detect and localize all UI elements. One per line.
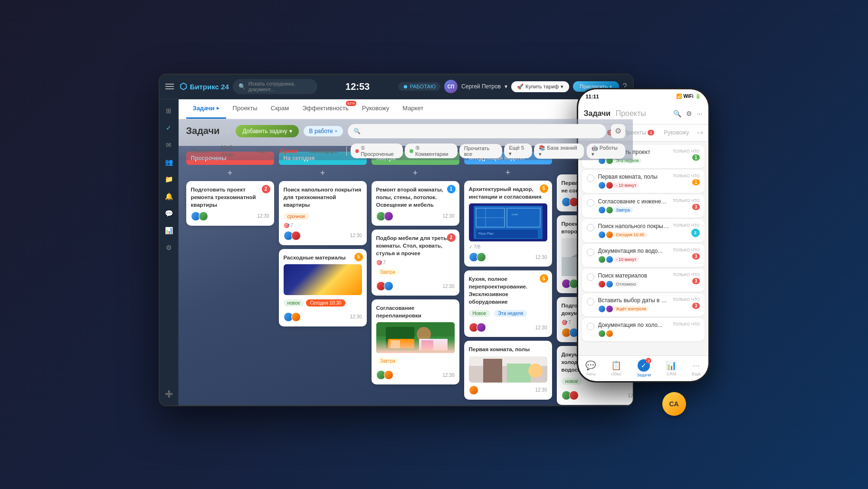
task-count: 3 <box>692 253 700 259</box>
filter-read-all[interactable]: Прочитать все <box>459 144 503 158</box>
card-time: 12:30 <box>535 387 547 393</box>
mobile-task-item-3[interactable]: Согласование с инженер... Завтра ТОЛЬКО … <box>582 194 705 218</box>
card-time: 12:30 <box>442 213 454 219</box>
add-card-tomorrow[interactable]: + <box>372 169 459 177</box>
mobile-title: Задачи <box>584 109 611 118</box>
card-nextweek-3[interactable]: Первая комната, полы <box>464 341 552 399</box>
mobile-nav-tasks[interactable]: ✓ 2 Задачи <box>637 359 651 377</box>
mobile-checkbox[interactable] <box>587 249 594 256</box>
knowledge-base-btn[interactable]: 📚 База знаний ▾ <box>534 144 583 159</box>
mobile-checkbox[interactable] <box>587 273 594 281</box>
card-today-2[interactable]: 5 Расходные материалы новое Сегодня 10:3… <box>279 249 367 326</box>
view-gantt[interactable]: Гант <box>252 145 274 157</box>
card-nextweek-2[interactable]: 5 Кухня, полное перепроектирование. Экск… <box>464 270 552 337</box>
mobile-filter-icon[interactable]: ⚙ <box>686 110 692 117</box>
view-calendar[interactable]: Календарь <box>304 145 343 157</box>
avatar-2 <box>569 391 579 400</box>
sidebar-people[interactable]: 👥 <box>161 154 176 170</box>
svg-point-21 <box>528 364 543 378</box>
add-task-button[interactable]: Добавить задачу ▾ <box>236 125 298 137</box>
mobile-checkbox[interactable] <box>587 174 594 182</box>
card-tomorrow-3[interactable]: Согласование перепланировки <box>372 299 459 384</box>
tab-scrum[interactable]: Скрам <box>264 99 296 119</box>
task-board: Просрочены + 2 Подготовить проект ремонт… <box>179 146 633 405</box>
sidebar-add[interactable]: ➕ <box>161 386 176 402</box>
sidebar-tasks[interactable]: ✓ <box>161 120 176 135</box>
mobile-task-item-7[interactable]: Вставить выбор даты в ре... Ждёт контрол… <box>582 293 705 316</box>
sidebar-mail[interactable]: ✉ <box>161 137 176 153</box>
mobile-search-icon[interactable]: 🔍 <box>673 110 681 117</box>
global-search[interactable]: 🔍 Искать сотрудника, документ... <box>233 79 317 94</box>
view-deadlines[interactable]: Сроки <box>275 145 302 157</box>
mobile-nav-feed[interactable]: 📋 Обес <box>611 360 621 376</box>
rocket-icon: 🚀 <box>517 84 524 90</box>
work-filter-chip[interactable]: В работе × <box>304 126 343 136</box>
tab-projects[interactable]: Проекты <box>226 99 264 119</box>
mobile-avatar <box>606 280 613 288</box>
mobile-task-item-2[interactable]: Первая комната, полы - 10 минут ТОЛЬКО Ч… <box>582 170 705 193</box>
buy-tariff-button[interactable]: 🚀 Купить тариф ▾ <box>511 81 569 92</box>
sidebar-chat[interactable]: 💬 <box>161 206 176 221</box>
tab-manage[interactable]: Руковожу <box>355 99 396 119</box>
only-now-label: ТОЛЬКО ЧТО <box>673 322 700 326</box>
mobile-checkbox[interactable] <box>587 298 594 306</box>
menu-button[interactable] <box>165 84 174 89</box>
app-logo: ⬡ Битрикс 24 <box>180 81 229 92</box>
card-badge: 5 <box>540 184 548 193</box>
column-nextweek: Следующая неделя + 5 Архитектурный надзо… <box>464 152 552 400</box>
search-placeholder: Искать сотрудника, документ... <box>248 81 312 92</box>
desktop-mockup: ⬡ Битрикс 24 🔍 Искать сотрудника, докуме… <box>159 74 634 406</box>
card-tag-tomorrow: Завтра <box>376 268 399 276</box>
sidebar-home[interactable]: ⊞ <box>161 103 176 118</box>
date-chip: Ждёт контроля <box>613 306 649 312</box>
mobile-task-item-8[interactable]: Документация по холо... ТОЛЬКО ЧТО <box>582 318 705 341</box>
mobile-tab-manage[interactable]: Руковожу <box>661 127 692 138</box>
star-icon[interactable]: ☆ <box>224 126 231 135</box>
add-card-nextweek[interactable]: + <box>464 168 552 177</box>
add-card-overdue[interactable]: + <box>186 169 274 177</box>
mobile-task-item-6[interactable]: Поиск материалов Отложено ТОЛЬКО ЧТО 3 <box>582 268 705 292</box>
mobile-checkbox[interactable] <box>587 199 594 207</box>
add-card-today[interactable]: + <box>279 169 367 177</box>
card-tomorrow-2[interactable]: 2 Подбор мебели для третьей комнаты. Сто… <box>372 230 459 296</box>
user-area[interactable]: СП Сергей Петров ▾ <box>444 80 507 93</box>
mobile-nav-more[interactable]: ··· Ещё <box>692 361 700 376</box>
filter-more[interactable]: Ещё 5 ▾ <box>504 144 532 158</box>
mobile-nav-chats[interactable]: 💬 Чаты <box>585 360 596 376</box>
filter-overdue[interactable]: ① Просроченые <box>351 144 403 158</box>
sidebar-notifications[interactable]: 🔔 <box>161 189 176 204</box>
svg-text:план: план <box>512 213 518 216</box>
mobile-checkbox[interactable] <box>587 323 594 330</box>
view-list[interactable]: Список <box>186 145 215 157</box>
mobile-task-title: Поиск материалов <box>598 272 669 279</box>
tab-market[interactable]: Маркет <box>396 99 430 119</box>
card-today-1[interactable]: Поиск напольного покрытия для трехкомнат… <box>279 181 367 245</box>
page-title: Задачи <box>186 125 220 136</box>
card-overdue-1[interactable]: 2 Подготовить проект ремонта трехкомнатн… <box>186 181 274 226</box>
mobile-checkbox[interactable] <box>587 224 594 231</box>
mobile-task-item-4[interactable]: Поиск напольного покрыт... Сегодня 10:45… <box>582 219 705 242</box>
sidebar-settings[interactable]: ⚙ <box>161 240 176 255</box>
work-status-badge[interactable]: ⏺ РАБОТАЮ <box>398 82 440 91</box>
mobile-more-icon[interactable]: ··· <box>697 110 703 117</box>
card-tomorrow-1[interactable]: 1 Ремонт второй комнаты, полы, стены, по… <box>372 181 459 226</box>
svg-rect-4 <box>391 340 400 348</box>
only-now-label: ТОЛЬКО ЧТО <box>673 272 700 277</box>
sidebar-docs[interactable]: 📁 <box>161 172 176 187</box>
sidebar-analytics[interactable]: 📊 <box>161 223 176 238</box>
card-nextweek-1[interactable]: 5 Архитектурный надзор, инстанции и согл… <box>464 181 552 267</box>
settings-button[interactable]: ⚙ <box>611 124 625 138</box>
task-search[interactable]: 🔍 <box>348 124 606 138</box>
logo-icon: ⬡ <box>180 81 187 92</box>
filter-comments[interactable]: ⑤ Комментарии <box>405 144 457 158</box>
mobile-nav-crm[interactable]: 📊 CRM <box>666 360 677 376</box>
svg-rect-6 <box>419 339 448 351</box>
mobile-nav-icons: 🔍 ⚙ ··· <box>673 110 703 117</box>
robots-btn[interactable]: 🤖 Роботы ▾ <box>587 144 625 159</box>
tab-tasks[interactable]: Задачи ▸ <box>186 99 226 119</box>
svg-point-5 <box>417 327 431 341</box>
mobile-task-item-5[interactable]: Документация по водо... - 10 минут ТОЛЬК… <box>582 244 705 267</box>
tab-efficiency[interactable]: Эффективность 82% <box>296 99 355 119</box>
view-myplan[interactable]: Мой план <box>216 142 250 160</box>
only-now-label: ТОЛЬКО ЧТО <box>673 173 700 178</box>
